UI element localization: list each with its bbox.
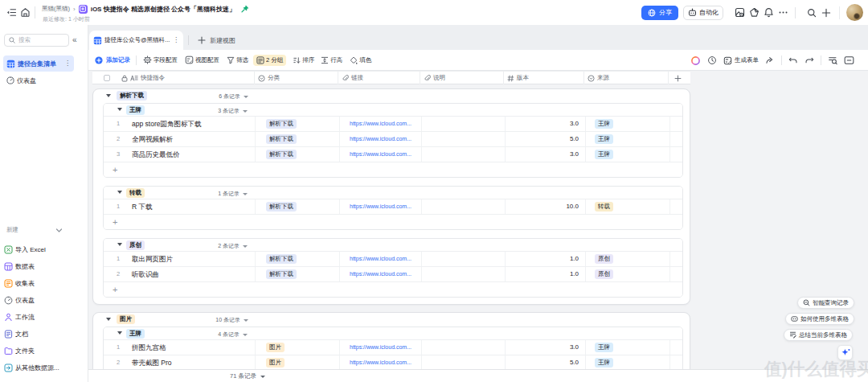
- cell-name[interactable]: 带壳截图 Pro: [132, 355, 172, 370]
- sidebar-search-input[interactable]: 搜索: [4, 34, 69, 47]
- redo-icon[interactable]: [805, 55, 814, 65]
- new-section-header[interactable]: 新建: [6, 226, 82, 234]
- search-icon[interactable]: [807, 8, 817, 18]
- subgroup-record-count[interactable]: 3 条记录: [218, 107, 248, 115]
- sidebar-new-item[interactable]: 数据表: [0, 258, 88, 275]
- cell-version[interactable]: 5.0: [505, 355, 579, 370]
- assistant-pill[interactable]: 智能查询记录: [797, 297, 854, 309]
- table-row[interactable]: 3商品历史最低价解析下载https://www.icloud.com...3.0…: [104, 147, 682, 162]
- item-more-icon[interactable]: ⋮: [64, 61, 71, 66]
- sidebar-new-item[interactable]: 收集表: [0, 275, 88, 292]
- cell-category-tag[interactable]: 图片: [266, 343, 285, 352]
- subgroup-record-count[interactable]: 1 条记录: [218, 190, 248, 198]
- collapse-arrow-icon[interactable]: [117, 108, 122, 111]
- history-icon[interactable]: [707, 55, 717, 65]
- cell-version[interactable]: 5.0: [505, 132, 579, 146]
- cell-version[interactable]: 3.0: [505, 117, 579, 131]
- cell-version[interactable]: 10.0: [505, 199, 579, 214]
- column-header-version[interactable]: 版本: [503, 72, 583, 84]
- cell-category-tag[interactable]: 解析下载: [266, 150, 297, 159]
- collapse-arrow-icon[interactable]: [117, 331, 122, 335]
- cell-category-tag[interactable]: 解析下载: [266, 119, 297, 129]
- cell-version[interactable]: 3.0: [505, 147, 579, 162]
- presentation-icon[interactable]: [735, 7, 745, 18]
- assistant-pill[interactable]: 总结当前多维表格: [784, 329, 853, 341]
- breadcrumb-item[interactable]: 黑猫(黑猫): [42, 5, 70, 13]
- workspace-share-icon[interactable]: [749, 7, 760, 18]
- cell-category-tag[interactable]: 图片: [266, 358, 285, 368]
- subgroup-header[interactable]: 原创2 条记录: [104, 239, 682, 252]
- cell-name[interactable]: R 下载: [132, 199, 153, 214]
- cell-link[interactable]: https://www.icloud.com...: [350, 199, 420, 214]
- sidebar-new-item[interactable]: 从其他数据源...: [0, 359, 88, 376]
- cell-name[interactable]: 商品历史最低价: [132, 147, 180, 162]
- cell-category-tag[interactable]: 解析下载: [266, 269, 297, 279]
- cell-source-tag[interactable]: 王牌: [595, 119, 613, 129]
- table-row[interactable]: 1app store圆角图标下载解析下载https://www.icloud.c…: [104, 117, 682, 132]
- cell-source-tag[interactable]: 王牌: [595, 343, 613, 352]
- more-ellipsis-icon[interactable]: [778, 7, 788, 18]
- new-view-button[interactable]: 新建视图: [198, 31, 235, 50]
- collapse-arrow-icon[interactable]: [106, 94, 111, 97]
- add-row-button[interactable]: +: [104, 162, 682, 177]
- sidebar-item-shortcut-list[interactable]: 捷径合集清单 ⋮: [3, 55, 74, 72]
- collapse-arrow-icon[interactable]: [106, 318, 111, 321]
- cell-name[interactable]: 全网视频解析: [132, 132, 173, 146]
- add-row-button[interactable]: +: [104, 215, 682, 229]
- subgroup-record-count[interactable]: 2 条记录: [218, 242, 248, 250]
- cell-source-tag[interactable]: 王牌: [595, 358, 613, 368]
- cell-link[interactable]: https://www.icloud.com...: [350, 267, 420, 281]
- table-row[interactable]: 1取出网页图片解析下载https://www.icloud.com...1.0原…: [104, 252, 682, 267]
- plus-icon[interactable]: [821, 8, 831, 18]
- column-header-category[interactable]: 分类: [254, 72, 338, 84]
- sidebar-new-item[interactable]: 工作流: [0, 309, 88, 326]
- column-header-add[interactable]: [668, 72, 690, 84]
- sidebar-item-dashboard[interactable]: 仪表盘: [3, 72, 74, 88]
- collapse-sidebar-icon[interactable]: [6, 7, 17, 18]
- automation-button[interactable]: 自动化: [683, 6, 723, 20]
- widescreen-icon[interactable]: [844, 55, 854, 65]
- generate-form-button[interactable]: 生成表单: [723, 56, 759, 65]
- subgroup-header[interactable]: 转载1 条记录: [104, 187, 682, 199]
- group-header[interactable]: 图片10 条记录: [93, 313, 690, 327]
- table-row[interactable]: 1拼图九宫格图片https://www.icloud.com...3.0王牌: [104, 340, 682, 355]
- column-header-name[interactable]: 快捷指令: [92, 72, 254, 84]
- home-icon[interactable]: [20, 7, 31, 18]
- cell-link[interactable]: https://www.icloud.com...: [350, 355, 420, 370]
- sidebar-new-item[interactable]: 导入 Excel: [0, 241, 88, 258]
- subgroup-header[interactable]: 王牌3 条记录: [104, 104, 682, 117]
- filter-button[interactable]: 筛选: [227, 56, 248, 64]
- table-row[interactable]: 2听歌识曲解析下载https://www.icloud.com...1.0原创: [104, 267, 682, 282]
- subgroup-header[interactable]: 王牌4 条记录: [104, 327, 682, 340]
- cell-link[interactable]: https://www.icloud.com...: [350, 132, 420, 146]
- cell-link[interactable]: https://www.icloud.com...: [350, 340, 420, 355]
- cell-category-tag[interactable]: 解析下载: [266, 202, 297, 212]
- cell-link[interactable]: https://www.icloud.com...: [350, 117, 420, 131]
- group-record-count[interactable]: 10 条记录: [215, 316, 248, 324]
- active-view-tab[interactable]: 捷径库公众号@黑猫科... ⋮: [89, 31, 183, 50]
- group-record-count[interactable]: 6 条记录: [219, 92, 248, 101]
- cell-name[interactable]: 听歌识曲: [132, 267, 159, 281]
- add-row-button[interactable]: +: [104, 282, 682, 297]
- cell-category-tag[interactable]: 解析下载: [266, 254, 297, 264]
- cell-version[interactable]: 1.0: [505, 252, 579, 266]
- table-row[interactable]: 1R 下载解析下载https://www.icloud.com...10.0转载: [104, 199, 682, 215]
- cell-source-tag[interactable]: 王牌: [595, 150, 613, 159]
- undo-icon[interactable]: [788, 55, 798, 65]
- record-count[interactable]: 71 条记录: [230, 372, 265, 380]
- column-header-source[interactable]: 来源: [583, 72, 668, 84]
- view-config-button[interactable]: 视图配置: [185, 55, 219, 64]
- cell-link[interactable]: https://www.icloud.com...: [350, 147, 420, 162]
- group-button[interactable]: 2 分组: [253, 55, 286, 66]
- notifications-bell-icon[interactable]: [764, 7, 774, 18]
- assistant-pill[interactable]: 如何使用多维表格: [785, 313, 854, 325]
- cell-category-tag[interactable]: 解析下载: [266, 134, 297, 144]
- subgroup-record-count[interactable]: 4 条记录: [218, 331, 248, 339]
- column-header-description[interactable]: 说明: [420, 72, 503, 84]
- column-header-link[interactable]: 链接: [338, 72, 420, 84]
- share-button[interactable]: 分享: [641, 6, 678, 20]
- cell-source-tag[interactable]: 王牌: [595, 134, 613, 144]
- sidebar-new-item[interactable]: 文档: [0, 326, 88, 343]
- sidebar-new-item[interactable]: 文件夹: [0, 343, 88, 359]
- cell-source-tag[interactable]: 原创: [595, 254, 613, 264]
